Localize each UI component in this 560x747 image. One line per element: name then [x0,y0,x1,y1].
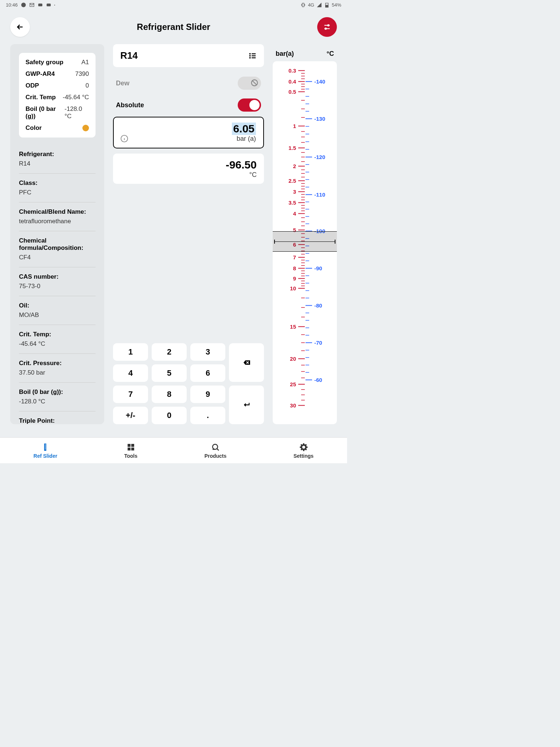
key-2[interactable]: 2 [152,343,187,361]
safety-group-value: A1 [81,59,89,66]
svg-text:0.4: 0.4 [288,78,296,85]
cas-value: 75-73-0 [19,283,96,290]
dew-toggle[interactable] [238,77,261,90]
key-sign[interactable]: +/- [113,407,148,424]
crit-temp-value: -45.64 °C [63,94,89,101]
nav-settings[interactable]: Settings [293,443,314,459]
svg-rect-165 [131,448,134,450]
keypad: 1 2 3 4 5 6 7 8 9 +/- 0 . [113,343,264,424]
nav-products[interactable]: Products [205,443,227,459]
signal-icon [316,2,322,8]
svg-text:-60: -60 [314,377,322,383]
key-0[interactable]: 0 [152,407,187,424]
svg-text:-90: -90 [314,265,322,271]
ctemp-value: -45.64 °C [19,340,96,348]
spotify-icon [21,2,26,8]
svg-text:-70: -70 [314,340,322,346]
nav-tools[interactable]: Tools [124,443,137,459]
nav-products-label: Products [205,453,227,459]
key-4[interactable]: 4 [113,364,148,382]
key-7[interactable]: 7 [113,386,148,403]
refrigerant-value: R14 [19,160,96,167]
key-6[interactable]: 6 [190,364,225,382]
svg-text:3.5: 3.5 [288,200,296,206]
key-3[interactable]: 3 [190,343,225,361]
temperature-value: -96.50 [120,159,257,171]
video-icon [46,2,51,8]
boil-value: -128.0 °C [65,105,89,120]
pressure-unit: bar (a) [121,135,256,143]
key-5[interactable]: 5 [152,364,187,382]
enter-icon [242,401,250,409]
oil-label: Oil: [19,302,96,309]
nav-settings-label: Settings [293,453,314,459]
list-icon [249,52,257,60]
grid-icon [127,443,135,452]
key-1[interactable]: 1 [113,343,148,361]
pressure-input-card[interactable]: 6.05 bar (a) [113,117,264,148]
class-label: Class: [19,179,96,187]
svg-rect-2 [38,4,42,7]
svg-text:25: 25 [290,381,296,387]
status-battery: 54% [332,2,341,8]
svg-text:8: 8 [293,265,296,271]
svg-text:15: 15 [290,324,296,330]
battery-icon [324,2,330,8]
properties-card: Safety groupA1 GWP-AR47390 ODP0 Crit. Te… [19,53,96,138]
svg-text:-140: -140 [314,78,325,85]
refrigerant-selector[interactable]: R14 [113,44,264,67]
svg-rect-162 [128,444,131,447]
gwp-value: 7390 [75,70,89,78]
key-9[interactable]: 9 [190,386,225,403]
gwp-label: GWP-AR4 [26,70,55,78]
key-enter[interactable] [229,386,264,424]
absolute-toggle[interactable] [238,98,261,112]
backspace-icon [242,358,251,367]
ruler-indicator[interactable] [273,231,337,252]
svg-text:-130: -130 [314,116,325,122]
pressure-value: 6.05 [232,123,256,135]
svg-text:7: 7 [293,254,296,260]
svg-rect-6 [326,5,328,7]
svg-text:0.5: 0.5 [288,89,296,95]
info-panel: Safety groupA1 GWP-AR47390 ODP0 Crit. Te… [10,44,104,424]
mail-icon [29,2,35,8]
key-backspace[interactable] [229,343,264,382]
ruler-left-label: bar(a) [276,50,294,58]
boil2-value: -128.0 °C [19,398,96,405]
settings-button[interactable] [317,17,337,37]
safety-group-label: Safety group [26,59,63,66]
nav-ref-slider[interactable]: Ref Slider [34,443,57,459]
info-icon [120,135,128,143]
svg-text:-80: -80 [314,302,322,309]
ruler-slider[interactable]: 0.30.40.511.522.533.54567891015202530 -1… [273,61,337,424]
back-button[interactable] [10,17,30,37]
crit-temp-label: Crit. Temp [26,94,56,101]
chemical-name-label: Chemical/Blend Name: [19,208,96,216]
boil-label: Boil (0 bar (g)) [26,105,65,120]
svg-rect-4 [302,3,304,7]
nav-tools-label: Tools [124,453,137,459]
temperature-card[interactable]: -96.50 °C [113,154,264,184]
svg-text:4: 4 [293,210,296,217]
gear-icon [299,443,308,452]
key-dot[interactable]: . [190,407,225,424]
odp-value: 0 [86,82,89,89]
status-dot: • [54,3,55,7]
key-8[interactable]: 8 [152,386,187,403]
color-dot [82,125,89,131]
status-bar: 10:46 • 4G 54% [0,0,347,10]
chemical-name-value: tetrafluoromethane [19,218,96,225]
boil2-label: Boil (0 bar (g)): [19,388,96,396]
refrigerant-name: R14 [120,50,138,61]
bottom-nav: Ref Slider Tools Products Settings [0,437,347,463]
center-panel: R14 Dew Absolute 6.05 bar (a) -96.50 °C … [113,44,264,424]
youtube-icon [38,2,43,8]
cas-label: CAS number: [19,273,96,280]
cpress-value: 37.50 bar [19,369,96,376]
refrigerant-label: Refrigerant: [19,151,96,158]
temperature-unit: °C [120,171,257,179]
svg-rect-164 [128,448,131,450]
nav-ref-slider-label: Ref Slider [34,453,57,459]
dew-label: Dew [116,80,129,87]
